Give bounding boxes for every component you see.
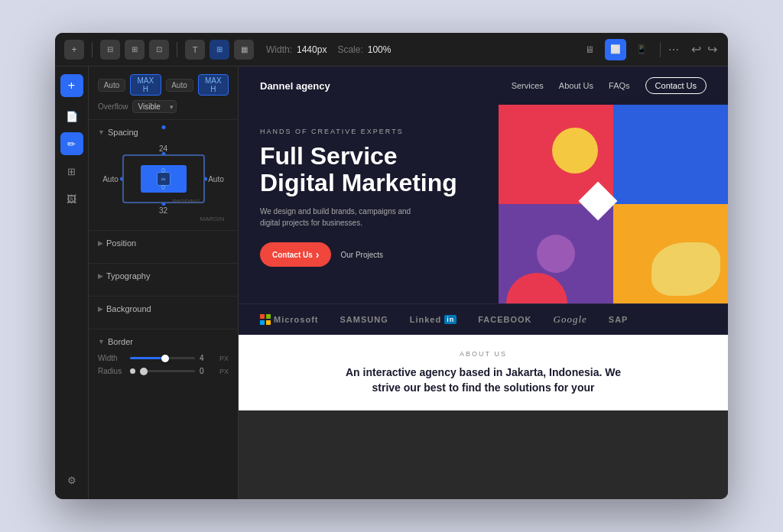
radius-slider-wrap: 0 PX (130, 367, 229, 375)
contact-us-button[interactable]: Contact Us (260, 242, 331, 267)
nav-services[interactable]: Services (512, 81, 544, 90)
about-label: ABOUT US (260, 350, 707, 358)
border-width-label: Width (98, 354, 125, 362)
align-right-icon[interactable]: ⊡ (149, 40, 169, 60)
background-arrow-icon (98, 305, 103, 313)
spacing-inner-bottom-value: 0 (141, 183, 187, 191)
nav-about[interactable]: About Us (559, 81, 593, 90)
desktop-view-button[interactable]: 🖥 (579, 39, 600, 60)
spacing-inner-box-wrap: 0 0 PADDING (122, 154, 205, 203)
border-arrow-icon (98, 338, 105, 345)
width-label: Width: (266, 44, 292, 55)
sidebar-item-edit[interactable]: ✏ (60, 132, 83, 155)
more-button[interactable]: ⋯ (668, 44, 679, 56)
hero-title-line1: Full Service (260, 142, 398, 170)
layout-icon[interactable]: ⊞ (210, 40, 229, 60)
ms-yellow (266, 320, 271, 325)
spacing-box: 0 0 PADDING (122, 154, 205, 203)
spacing-title: Spacing (108, 128, 138, 137)
position-header[interactable]: Position (98, 238, 229, 248)
margin-label: MARGIN (102, 216, 225, 222)
sidebar-add-button[interactable]: + (60, 74, 83, 97)
nav-contact[interactable]: Contact Us (645, 77, 707, 94)
spacing-inner: 0 0 (141, 165, 187, 193)
scale-label: Scale: (337, 44, 362, 55)
max-h-badge-2: MAX H (198, 74, 229, 96)
border-width-slider[interactable] (130, 357, 195, 359)
background-section: Background (89, 297, 238, 329)
logos-bar: Microsoft SAMSUNG Linked in FACEBOOK Goo… (239, 303, 728, 335)
microsoft-label: Microsoft (274, 315, 319, 324)
facebook-label: FACEBOOK (478, 315, 531, 324)
hero-title-line2: Digital Marketing (260, 169, 457, 196)
website-preview: Dannel agency Services About Us FAQs Con… (239, 66, 728, 499)
padding-label: PADDING (173, 198, 200, 205)
spacing-bottom-value: 32 (102, 206, 225, 215)
site-hero: HANDS OF CREATIVE EXPERTS Full Service D… (239, 105, 728, 303)
separator3 (660, 42, 661, 57)
logo-microsoft: Microsoft (260, 314, 319, 325)
site-nav-links: Services About Us FAQs Contact Us (512, 77, 707, 94)
typography-header[interactable]: Typography (98, 271, 229, 281)
tablet-view-button[interactable]: ⬜ (605, 39, 626, 60)
nav-faqs[interactable]: FAQs (609, 81, 630, 90)
hero-eyebrow: HANDS OF CREATIVE EXPERTS (260, 128, 477, 135)
border-slider-wrap: 4 PX (130, 354, 229, 362)
sidebar-item-assets[interactable]: 🖼 (60, 187, 83, 210)
background-header[interactable]: Background (98, 304, 229, 313)
text-icon[interactable]: T (185, 40, 205, 60)
size-row: Auto MAX H Auto MAX H (98, 74, 229, 96)
align-left-icon[interactable]: ⊟ (100, 40, 120, 60)
position-arrow-icon (98, 239, 103, 247)
undo-button[interactable]: ↩ (690, 42, 703, 57)
dot-outer-top (161, 125, 165, 129)
border-radius-value: 0 (200, 367, 215, 375)
ms-green (266, 314, 271, 319)
border-radius-row: Radius 0 PX (98, 367, 229, 375)
align-center-icon[interactable]: ⊞ (125, 40, 145, 60)
border-header[interactable]: Border (98, 337, 229, 346)
overflow-select-wrap[interactable]: Visible Hidden Scroll (132, 100, 177, 113)
hero-graphic (499, 105, 728, 303)
google-label: Google (554, 313, 587, 326)
sidebar-item-settings[interactable]: ⚙ (60, 469, 83, 491)
overflow-select[interactable]: Visible Hidden Scroll (132, 100, 177, 113)
about-section: ABOUT US An interactive agency based in … (239, 335, 728, 410)
our-projects-button[interactable]: Our Projects (340, 251, 383, 259)
max-h-badge-1: MAX H (130, 74, 161, 96)
sidebar-icons: + 📄 ✏ ⊞ 🖼 ⚙ (55, 66, 89, 499)
position-title: Position (106, 238, 136, 248)
sidebar-item-pages[interactable]: 📄 (60, 105, 83, 128)
sidebar-item-layers[interactable]: ⊞ (60, 160, 83, 183)
add-button[interactable]: + (64, 40, 84, 60)
logo-sap: SAP (609, 315, 629, 324)
border-title: Border (108, 337, 133, 346)
graphic-blue (613, 105, 728, 204)
site-nav: Dannel agency Services About Us FAQs Con… (239, 66, 728, 105)
chart-icon[interactable]: ▦ (234, 40, 254, 60)
undo-redo: ↩ ↪ (690, 42, 719, 57)
mobile-view-button[interactable]: 📱 (631, 39, 652, 60)
linkedin-label: Linked (410, 315, 441, 324)
redo-button[interactable]: ↪ (706, 42, 719, 57)
logo-linkedin: Linked in (410, 315, 456, 324)
canvas-area[interactable]: Dannel agency Services About Us FAQs Con… (239, 66, 728, 499)
toolbar-left: + ⊟ ⊞ ⊡ T ⊞ ▦ (64, 40, 254, 60)
separator2 (177, 42, 177, 57)
hero-title: Full Service Digital Marketing (260, 143, 477, 196)
hero-subtitle: We design and build brands, campaigns an… (260, 206, 413, 229)
border-radius-slider[interactable] (140, 370, 195, 372)
auto-badge-1: Auto (98, 79, 125, 92)
spacing-left-outer-value: Auto (102, 175, 119, 183)
site-logo: Dannel agency (260, 80, 330, 92)
spacing-diagram: 24 Auto (102, 144, 225, 222)
radius-slider-thumb (140, 368, 148, 375)
logo-samsung: SAMSUNG (340, 315, 388, 324)
border-radius-unit: PX (219, 368, 229, 375)
properties-panel: Auto MAX H Auto MAX H Overflow Visible H… (89, 66, 239, 499)
samsung-label: SAMSUNG (340, 315, 388, 324)
border-radius-label: Radius (98, 367, 125, 375)
spacing-middle-row: Auto 0 0 (102, 154, 225, 203)
spacing-right-outer-value: Auto (208, 175, 225, 183)
ms-red (260, 314, 265, 319)
